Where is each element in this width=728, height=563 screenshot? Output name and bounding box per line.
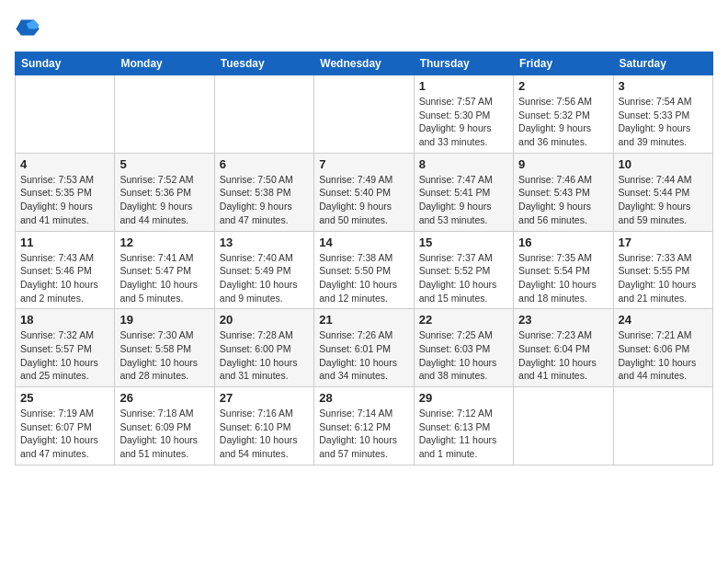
day-info: Sunrise: 7:56 AM Sunset: 5:32 PM Dayligh… — [518, 95, 608, 149]
day-number: 10 — [619, 157, 708, 171]
day-info: Sunrise: 7:46 AM Sunset: 5:43 PM Dayligh… — [518, 173, 608, 227]
calendar-day-cell: 22Sunrise: 7:25 AM Sunset: 6:03 PM Dayli… — [414, 309, 513, 387]
calendar-day-cell: 15Sunrise: 7:37 AM Sunset: 5:52 PM Dayli… — [414, 231, 513, 309]
calendar-day-cell: 18Sunrise: 7:32 AM Sunset: 5:57 PM Dayli… — [16, 309, 115, 387]
day-number: 2 — [518, 79, 608, 93]
day-number: 22 — [419, 313, 508, 327]
day-info: Sunrise: 7:43 AM Sunset: 5:46 PM Dayligh… — [20, 251, 109, 305]
calendar-day-cell: 5Sunrise: 7:52 AM Sunset: 5:36 PM Daylig… — [115, 153, 214, 231]
calendar-day-cell: 17Sunrise: 7:33 AM Sunset: 5:55 PM Dayli… — [613, 231, 712, 309]
day-number: 12 — [119, 236, 209, 249]
day-info: Sunrise: 7:47 AM Sunset: 5:41 PM Dayligh… — [419, 173, 508, 227]
day-info: Sunrise: 7:28 AM Sunset: 6:00 PM Dayligh… — [220, 328, 309, 383]
calendar-body: 1Sunrise: 7:57 AM Sunset: 5:30 PM Daylig… — [16, 75, 713, 465]
day-number: 16 — [518, 236, 608, 249]
day-number: 26 — [119, 391, 209, 405]
calendar-day-cell: 14Sunrise: 7:38 AM Sunset: 5:50 PM Dayli… — [314, 231, 414, 309]
calendar-table: SundayMondayTuesdayWednesdayThursdayFrid… — [15, 52, 713, 465]
day-number: 19 — [119, 313, 209, 327]
day-number: 20 — [220, 313, 309, 327]
day-info: Sunrise: 7:19 AM Sunset: 6:07 PM Dayligh… — [20, 407, 109, 461]
calendar-week-row: 4Sunrise: 7:53 AM Sunset: 5:35 PM Daylig… — [16, 153, 713, 231]
day-info: Sunrise: 7:41 AM Sunset: 5:47 PM Dayligh… — [119, 251, 209, 305]
calendar-day-cell: 4Sunrise: 7:53 AM Sunset: 5:35 PM Daylig… — [16, 153, 115, 231]
day-number: 9 — [518, 157, 608, 171]
weekday-header-cell: Friday — [514, 52, 613, 75]
day-number: 14 — [319, 236, 408, 249]
calendar-day-cell — [115, 75, 214, 154]
day-number: 23 — [518, 313, 608, 327]
calendar-week-row: 18Sunrise: 7:32 AM Sunset: 5:57 PM Dayli… — [16, 309, 713, 387]
day-number: 27 — [220, 391, 309, 405]
day-info: Sunrise: 7:57 AM Sunset: 5:30 PM Dayligh… — [419, 95, 508, 149]
day-info: Sunrise: 7:53 AM Sunset: 5:35 PM Dayligh… — [20, 173, 109, 227]
day-info: Sunrise: 7:18 AM Sunset: 6:09 PM Dayligh… — [119, 407, 209, 461]
calendar-day-cell: 25Sunrise: 7:19 AM Sunset: 6:07 PM Dayli… — [16, 387, 115, 465]
calendar-week-row: 1Sunrise: 7:57 AM Sunset: 5:30 PM Daylig… — [16, 75, 713, 154]
day-number: 25 — [20, 391, 109, 405]
day-info: Sunrise: 7:26 AM Sunset: 6:01 PM Dayligh… — [319, 328, 408, 383]
day-number: 13 — [220, 236, 309, 249]
day-info: Sunrise: 7:50 AM Sunset: 5:38 PM Dayligh… — [220, 173, 309, 227]
day-info: Sunrise: 7:21 AM Sunset: 6:06 PM Dayligh… — [619, 328, 708, 383]
day-number: 4 — [20, 157, 109, 171]
calendar-day-cell: 11Sunrise: 7:43 AM Sunset: 5:46 PM Dayli… — [16, 231, 115, 309]
calendar-day-cell: 6Sunrise: 7:50 AM Sunset: 5:38 PM Daylig… — [214, 153, 313, 231]
day-info: Sunrise: 7:23 AM Sunset: 6:04 PM Dayligh… — [518, 328, 608, 383]
calendar-day-cell: 10Sunrise: 7:44 AM Sunset: 5:44 PM Dayli… — [613, 153, 712, 231]
calendar-day-cell — [314, 75, 414, 154]
calendar-week-row: 25Sunrise: 7:19 AM Sunset: 6:07 PM Dayli… — [16, 387, 713, 465]
day-info: Sunrise: 7:32 AM Sunset: 5:57 PM Dayligh… — [20, 328, 109, 383]
day-info: Sunrise: 7:49 AM Sunset: 5:40 PM Dayligh… — [319, 173, 408, 227]
calendar-day-cell: 24Sunrise: 7:21 AM Sunset: 6:06 PM Dayli… — [613, 309, 712, 387]
day-info: Sunrise: 7:54 AM Sunset: 5:33 PM Dayligh… — [619, 95, 708, 149]
day-info: Sunrise: 7:16 AM Sunset: 6:10 PM Dayligh… — [220, 407, 309, 461]
day-info: Sunrise: 7:33 AM Sunset: 5:55 PM Dayligh… — [619, 251, 708, 305]
day-number: 21 — [319, 313, 408, 327]
calendar-day-cell: 28Sunrise: 7:14 AM Sunset: 6:12 PM Dayli… — [314, 387, 414, 465]
day-number: 24 — [619, 313, 708, 327]
day-number: 29 — [419, 391, 508, 405]
calendar-day-cell: 19Sunrise: 7:30 AM Sunset: 5:58 PM Dayli… — [115, 309, 214, 387]
logo — [15, 15, 44, 40]
day-info: Sunrise: 7:25 AM Sunset: 6:03 PM Dayligh… — [419, 328, 508, 383]
day-number: 7 — [319, 157, 408, 171]
day-info: Sunrise: 7:35 AM Sunset: 5:54 PM Dayligh… — [518, 251, 608, 305]
day-info: Sunrise: 7:52 AM Sunset: 5:36 PM Dayligh… — [119, 173, 209, 227]
day-number: 18 — [20, 313, 109, 327]
day-info: Sunrise: 7:12 AM Sunset: 6:13 PM Dayligh… — [419, 407, 508, 461]
calendar-day-cell: 1Sunrise: 7:57 AM Sunset: 5:30 PM Daylig… — [414, 75, 513, 154]
day-number: 8 — [419, 157, 508, 171]
day-info: Sunrise: 7:37 AM Sunset: 5:52 PM Dayligh… — [419, 251, 508, 305]
weekday-header-cell: Wednesday — [314, 52, 414, 75]
weekday-header-row: SundayMondayTuesdayWednesdayThursdayFrid… — [16, 52, 713, 75]
weekday-header-cell: Sunday — [16, 52, 115, 75]
day-number: 6 — [220, 157, 309, 171]
calendar-day-cell: 26Sunrise: 7:18 AM Sunset: 6:09 PM Dayli… — [115, 387, 214, 465]
generalblue-logo-icon — [15, 15, 40, 40]
calendar-day-cell — [16, 75, 115, 154]
day-info: Sunrise: 7:30 AM Sunset: 5:58 PM Dayligh… — [119, 328, 209, 383]
calendar-week-row: 11Sunrise: 7:43 AM Sunset: 5:46 PM Dayli… — [16, 231, 713, 309]
day-info: Sunrise: 7:38 AM Sunset: 5:50 PM Dayligh… — [319, 251, 408, 305]
calendar-day-cell: 7Sunrise: 7:49 AM Sunset: 5:40 PM Daylig… — [314, 153, 414, 231]
calendar-day-cell: 9Sunrise: 7:46 AM Sunset: 5:43 PM Daylig… — [514, 153, 613, 231]
day-number: 1 — [419, 79, 508, 93]
weekday-header-cell: Thursday — [414, 52, 513, 75]
calendar-day-cell — [613, 387, 712, 465]
calendar-day-cell: 8Sunrise: 7:47 AM Sunset: 5:41 PM Daylig… — [414, 153, 513, 231]
day-info: Sunrise: 7:14 AM Sunset: 6:12 PM Dayligh… — [319, 407, 408, 461]
calendar-day-cell: 2Sunrise: 7:56 AM Sunset: 5:32 PM Daylig… — [514, 75, 613, 154]
calendar-day-cell: 20Sunrise: 7:28 AM Sunset: 6:00 PM Dayli… — [214, 309, 313, 387]
weekday-header-cell: Saturday — [613, 52, 712, 75]
calendar-day-cell: 16Sunrise: 7:35 AM Sunset: 5:54 PM Dayli… — [514, 231, 613, 309]
day-info: Sunrise: 7:44 AM Sunset: 5:44 PM Dayligh… — [619, 173, 708, 227]
day-number: 3 — [619, 79, 708, 93]
calendar-day-cell: 21Sunrise: 7:26 AM Sunset: 6:01 PM Dayli… — [314, 309, 414, 387]
weekday-header-cell: Tuesday — [214, 52, 313, 75]
calendar-day-cell: 29Sunrise: 7:12 AM Sunset: 6:13 PM Dayli… — [414, 387, 513, 465]
day-number: 28 — [319, 391, 408, 405]
calendar-day-cell — [514, 387, 613, 465]
calendar-day-cell — [214, 75, 313, 154]
calendar-day-cell: 12Sunrise: 7:41 AM Sunset: 5:47 PM Dayli… — [115, 231, 214, 309]
